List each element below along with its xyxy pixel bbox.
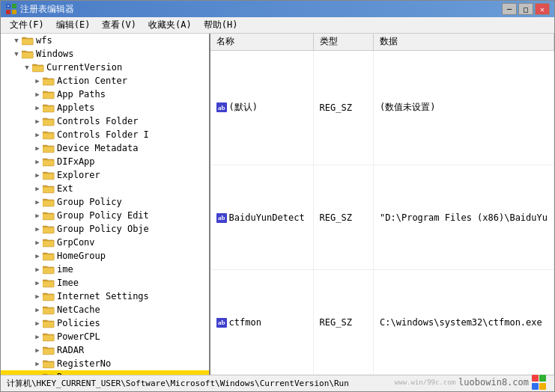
ab-icon: ab xyxy=(216,318,227,328)
expand-icon[interactable]: ▶ xyxy=(32,156,43,167)
tree-item-registerno[interactable]: ▶ RegisterNo xyxy=(1,357,209,370)
tree-item-controls_folder2[interactable]: ▶ Controls Folder I xyxy=(1,128,209,141)
folder-icon xyxy=(22,35,34,46)
expand-icon[interactable]: ▶ xyxy=(32,197,43,207)
reg-icon: ab ctfmon xyxy=(216,317,261,328)
content-area: ▼ wfs▼ Windows▼ CurrentVersion▶ Action C… xyxy=(1,34,554,375)
svg-rect-48 xyxy=(43,174,53,178)
col-data[interactable]: 数据 xyxy=(374,34,554,50)
expand-icon[interactable]: ▶ xyxy=(32,358,43,369)
watermark-sub: www.win/99c.com xyxy=(395,379,455,386)
registry-table: 名称 类型 数据 ab (默认)REG_SZ(数值未设置)ab BaiduYun… xyxy=(210,34,554,375)
tree-item-radar[interactable]: ▶ RADAR xyxy=(1,343,209,357)
table-row[interactable]: ab ctfmonREG_SZC:\windows\system32\ctfmo… xyxy=(210,270,554,375)
menu-bar: 文件(F) 编辑(E) 查看(V) 收藏夹(A) 帮助(H) xyxy=(1,17,554,34)
tree-item-grpconv[interactable]: ▶ GrpConv xyxy=(1,236,209,249)
expand-icon[interactable]: ▶ xyxy=(32,304,43,315)
expand-icon[interactable]: ▶ xyxy=(32,89,43,99)
tree-item-difxapp[interactable]: ▶ DIFxApp xyxy=(1,155,209,168)
folder-icon xyxy=(43,224,55,234)
reg-icon: ab BaiduYunDetect xyxy=(216,212,305,223)
expand-icon[interactable]: ▶ xyxy=(32,210,43,221)
tree-item-powercpl[interactable]: ▶ PowerCPL xyxy=(1,330,209,343)
ab-icon: ab xyxy=(216,102,227,112)
tree-item-windows[interactable]: ▼ Windows xyxy=(1,47,209,61)
folder-icon xyxy=(32,62,44,73)
folder-icon xyxy=(43,278,55,288)
tree-item-imee[interactable]: ▶ Imee xyxy=(1,276,209,290)
tree-item-group_policy[interactable]: ▶ Group Policy xyxy=(1,195,209,209)
expand-icon[interactable]: ▶ xyxy=(32,76,43,86)
tree-item-policies[interactable]: ▶ Policies xyxy=(1,316,209,330)
svg-rect-24 xyxy=(43,93,53,97)
svg-rect-2 xyxy=(6,10,10,14)
table-row[interactable]: ab BaiduYunDetectREG_SZ"D:\Program Files… xyxy=(210,165,554,270)
tree-item-ime[interactable]: ▶ ime xyxy=(1,263,209,276)
tree-item-applets[interactable]: ▶ Applets xyxy=(1,101,209,114)
svg-rect-100 xyxy=(43,349,53,353)
svg-rect-60 xyxy=(43,214,53,218)
expand-icon[interactable]: ▶ xyxy=(32,318,43,328)
svg-rect-68 xyxy=(43,241,53,245)
folder-icon xyxy=(43,183,55,194)
menu-favorites[interactable]: 收藏夹(A) xyxy=(142,17,198,33)
collapse-icon[interactable]: ▼ xyxy=(22,62,32,73)
svg-rect-92 xyxy=(43,322,53,326)
menu-edit[interactable]: 编辑(E) xyxy=(50,17,97,33)
tree-item-internet_settings[interactable]: ▶ Internet Settings xyxy=(1,290,209,303)
tree-item-device_metadata[interactable]: ▶ Device Metadata xyxy=(1,141,209,155)
tree-item-ext[interactable]: ▶ Ext xyxy=(1,182,209,195)
expand-icon[interactable]: ▶ xyxy=(32,237,43,248)
folder-icon xyxy=(43,291,55,301)
collapse-icon[interactable]: ▼ xyxy=(11,49,22,59)
menu-view[interactable]: 查看(V) xyxy=(96,17,142,33)
registry-data: "D:\Program Files (x86)\BaiduYu xyxy=(374,165,554,270)
folder-icon xyxy=(43,76,55,86)
folder-icon xyxy=(43,170,55,180)
folder-icon xyxy=(43,318,55,328)
minimize-button[interactable]: ─ xyxy=(502,3,517,15)
folder-icon xyxy=(43,237,55,248)
tree-item-currentversion[interactable]: ▼ CurrentVersion xyxy=(1,61,209,74)
expand-icon[interactable]: ▶ xyxy=(32,224,43,234)
expand-icon[interactable]: ▶ xyxy=(32,116,43,126)
expand-icon[interactable]: ▶ xyxy=(32,143,43,153)
tree-item-label: CurrentVersion xyxy=(46,62,122,73)
tree-item-app_paths[interactable]: ▶ App Paths xyxy=(1,88,209,101)
expand-icon[interactable]: ▶ xyxy=(32,102,43,113)
registry-type: REG_SZ xyxy=(313,50,373,165)
expand-icon[interactable]: ▶ xyxy=(32,278,43,288)
tree-item-label: GrpConv xyxy=(57,237,95,248)
watermark-text: luobowin8.com xyxy=(458,377,529,388)
expand-icon[interactable]: ▶ xyxy=(32,291,43,301)
expand-icon[interactable]: ▶ xyxy=(32,345,43,355)
folder-icon xyxy=(43,358,55,369)
tree-item-controls_folder[interactable]: ▶ Controls Folder xyxy=(1,114,209,128)
tree-item-group_policy_obje[interactable]: ▶ Group Policy Obje xyxy=(1,222,209,236)
menu-file[interactable]: 文件(F) xyxy=(4,17,50,33)
expand-icon[interactable]: ▶ xyxy=(32,251,43,261)
status-bar: 计算机\HKEY_CURRENT_USER\Software\Microsoft… xyxy=(1,375,554,391)
col-name[interactable]: 名称 xyxy=(210,34,313,50)
tree-item-wfs[interactable]: ▼ wfs xyxy=(1,34,209,47)
tree-item-label: ime xyxy=(57,264,73,275)
tree-item-group_policy_edit[interactable]: ▶ Group Policy Edit xyxy=(1,209,209,222)
svg-rect-20 xyxy=(43,79,53,84)
expand-icon[interactable]: ▶ xyxy=(32,331,43,342)
expand-icon[interactable]: ▶ xyxy=(32,264,43,275)
expand-icon[interactable]: ▶ xyxy=(32,183,43,194)
tree-content[interactable]: ▼ wfs▼ Windows▼ CurrentVersion▶ Action C… xyxy=(1,34,209,375)
tree-item-netcache[interactable]: ▶ NetCache xyxy=(1,303,209,316)
svg-rect-12 xyxy=(22,52,32,57)
expand-icon[interactable]: ▶ xyxy=(32,129,43,140)
tree-item-action_center[interactable]: ▶ Action Center xyxy=(1,74,209,88)
table-row[interactable]: ab (默认)REG_SZ(数值未设置) xyxy=(210,50,554,165)
maximize-button[interactable]: □ xyxy=(518,3,533,15)
col-type[interactable]: 类型 xyxy=(313,34,373,50)
expand-icon[interactable]: ▼ xyxy=(11,35,22,46)
tree-item-homegroup[interactable]: ▶ HomeGroup xyxy=(1,249,209,263)
tree-item-explorer[interactable]: ▶ Explorer xyxy=(1,168,209,182)
menu-help[interactable]: 帮助(H) xyxy=(198,17,244,33)
expand-icon[interactable]: ▶ xyxy=(32,170,43,180)
close-button[interactable]: ✕ xyxy=(535,3,550,15)
